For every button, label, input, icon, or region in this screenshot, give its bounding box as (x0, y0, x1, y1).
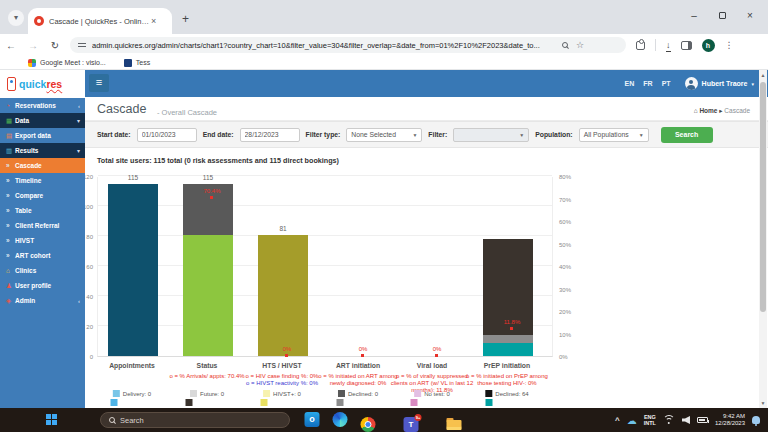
breadcrumb-current: Cascade (724, 107, 750, 114)
sidebar-item-client-referral[interactable]: »Client Referral (0, 218, 85, 233)
sidebar-item-label: Table (15, 207, 32, 214)
window-minimize-button[interactable]: – (680, 10, 708, 21)
side-panel-icon[interactable] (681, 41, 692, 50)
clock[interactable]: 9:42 AM12/28/2023 (715, 413, 745, 427)
page-header: Cascade - Overall Cascade ⌂ Home ▸ Casca… (85, 97, 768, 121)
tab-close-icon[interactable]: × (151, 16, 156, 26)
sidebar-item-compare[interactable]: »Compare (0, 188, 85, 203)
legend-item-no-test-0[interactable]: No test: 0 (414, 390, 450, 397)
scatter-dot-label: 0% (417, 346, 457, 352)
taskbar-search[interactable]: Search (100, 412, 290, 428)
sidebar-item-hivst[interactable]: »HIVST (0, 233, 85, 248)
zoom-icon[interactable] (562, 42, 568, 48)
sidebar-item-clinics[interactable]: ⌂Clinics (0, 263, 85, 278)
legend-item-delivery-0[interactable]: Delivery: 0 (113, 390, 151, 397)
scatter-dot (285, 354, 288, 357)
reload-button[interactable]: ↻ (44, 40, 66, 51)
file-explorer-icon[interactable] (447, 417, 462, 432)
bar-total-label: 81 (258, 225, 308, 232)
window-close-button[interactable]: × (736, 10, 764, 21)
start-date-input[interactable] (137, 128, 197, 142)
legend-item-declined-0[interactable]: Declined: 0 (338, 390, 378, 397)
population-select[interactable]: All Populations▼ (579, 128, 649, 142)
gridline (98, 235, 552, 236)
profile-avatar[interactable]: h (702, 39, 715, 52)
annotation-hts-hivst: o = HIV case finding %: 0%o = HIVST reac… (240, 373, 324, 387)
bookmark-tess[interactable]: Tess (124, 59, 150, 67)
start-button-icon[interactable] (46, 414, 58, 426)
hamburger-menu-icon[interactable]: ≡ (89, 74, 109, 92)
sidebar-item-table[interactable]: »Table (0, 203, 85, 218)
language-option-en[interactable]: EN (625, 80, 635, 87)
sidebar-item-results[interactable]: ▥Results▾ (0, 143, 85, 158)
teams-icon[interactable]: T9+ (404, 417, 419, 432)
window-maximize-button[interactable] (708, 10, 736, 21)
filter-type-select[interactable]: None Selected▼ (346, 128, 422, 142)
input-language[interactable]: ENGINTL (644, 414, 656, 426)
extensions-icon[interactable] (636, 41, 645, 50)
sidebar-item-label: User profile (15, 282, 51, 289)
tab-search-chevron-icon[interactable]: ▾ (8, 10, 24, 26)
downloads-icon[interactable]: ↓ (666, 41, 671, 50)
chevron-down-icon: ▾ (77, 147, 80, 154)
bar-total-label: 115 (108, 174, 158, 181)
legend-swatch (113, 390, 120, 397)
legend-label: Future: 0 (200, 391, 224, 397)
end-date-input[interactable] (240, 128, 300, 142)
sidebar-item-label: Client Referral (15, 222, 59, 229)
sidebar-item-cascade[interactable]: »Cascade (0, 158, 85, 173)
battery-icon[interactable] (697, 417, 708, 423)
sidebar-item-admin[interactable]: ◈Admin‹ (0, 293, 85, 308)
edge-icon[interactable] (333, 412, 348, 427)
user-menu[interactable]: Hubert Traore ▾ (685, 77, 754, 90)
language-option-pt[interactable]: PT (662, 80, 671, 87)
bookmark-star-icon[interactable]: ☆ (576, 40, 584, 50)
end-date-label: End date: (203, 131, 234, 138)
volume-icon[interactable] (682, 416, 690, 424)
scroll-up-icon[interactable]: ▲ (759, 72, 767, 78)
arrow-right-icon: » (6, 192, 15, 199)
breadcrumb-home[interactable]: Home (699, 107, 717, 114)
page-scrollbar[interactable]: ▲ ▼ (759, 70, 767, 408)
scatter-dot (435, 354, 438, 357)
address-bar[interactable]: admin.quickres.org/admin/charts/chart1?c… (70, 37, 626, 53)
sidebar-item-data[interactable]: ▦Data▾ (0, 113, 85, 128)
search-button[interactable]: Search (661, 127, 713, 143)
back-button[interactable]: ← (0, 40, 22, 51)
population-label: Population: (535, 131, 572, 138)
gridline (98, 205, 552, 206)
legend-item-future-0[interactable]: Future: 0 (190, 390, 224, 397)
scroll-down-icon[interactable]: ▼ (759, 400, 767, 406)
browser-menu-icon[interactable]: ⋮ (725, 40, 734, 50)
onedrive-icon[interactable]: ☁ (627, 415, 637, 426)
app-topbar: ≡ ENFRPT Hubert Traore ▾ (85, 70, 768, 97)
browser-tab[interactable]: Cascade | QuickRes - Online Re × (28, 8, 172, 34)
annotation-text: o = % initiated on PrEP among those test… (465, 373, 549, 387)
outlook-icon[interactable]: o (305, 412, 320, 427)
pct-axis-tick: 70% (559, 197, 571, 203)
sidebar-item-export-data[interactable]: ▤Export data (0, 128, 85, 143)
wifi-icon[interactable] (663, 415, 675, 425)
sidebar-item-label: Reservations (15, 102, 56, 109)
sidebar-item-art-cohort[interactable]: »ART cohort (0, 248, 85, 263)
notifications-bell-icon[interactable] (752, 416, 760, 424)
legend-item-hivst-0[interactable]: HIVST+: 0 (263, 390, 301, 397)
sidebar-item-timeline[interactable]: »Timeline (0, 173, 85, 188)
quickres-logo[interactable]: quickres (0, 70, 85, 98)
bookmark-google-meet[interactable]: Google Meet : visio... (28, 59, 106, 67)
chrome-icon[interactable] (361, 417, 376, 432)
legend-label: HIVST+: 0 (273, 391, 301, 397)
language-option-fr[interactable]: FR (643, 80, 652, 87)
tray-chevron-icon[interactable]: ^ (615, 416, 620, 425)
site-settings-icon[interactable] (78, 41, 86, 49)
breadcrumb-separator: ▸ (719, 107, 722, 114)
sidebar-item-reservations[interactable]: ◔Reservations‹ (0, 98, 85, 113)
annotation-text: o = HIVST reactivity %: 0% (240, 380, 324, 387)
new-tab-button[interactable]: + (182, 12, 189, 26)
tab-favicon-icon (34, 16, 44, 26)
url-text[interactable]: admin.quickres.org/admin/charts/chart1?c… (92, 41, 562, 50)
sidebar-item-user-profile[interactable]: ♟User profile (0, 278, 85, 293)
scatter-dot-label: 0% (343, 346, 383, 352)
scrollbar-thumb[interactable] (760, 82, 766, 312)
legend-item-declined-64[interactable]: Declined: 64 (485, 390, 528, 397)
